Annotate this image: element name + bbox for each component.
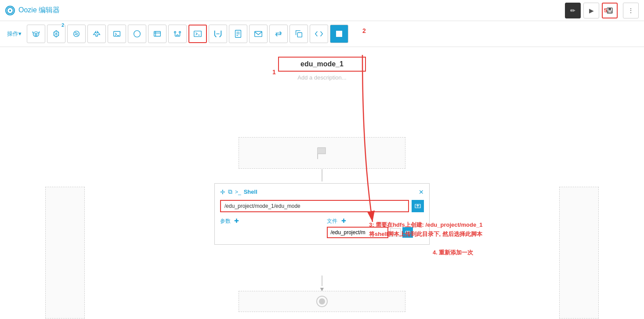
sqoop-action-btn[interactable] [67,25,86,43]
shell-title: Shell [244,188,257,195]
header-num5-label: 5 [604,7,607,14]
distcp-action-btn[interactable] [87,25,106,43]
document-action-btn[interactable] [229,25,247,43]
connector2: ▼ [319,276,325,292]
toolbar: 操作▾ 2 [0,21,644,47]
annotation-3-text: 3: 需要在hdfs上创建: /edu_project/mode_1 将shel… [369,221,483,239]
svg-point-37 [319,298,325,304]
header: Oozie 编辑器 ✏ ▶ 5 ⋮ [0,0,644,21]
svg-rect-30 [255,32,262,37]
terminal-action-btn[interactable] [188,25,207,43]
spark-action-btn[interactable] [108,25,126,43]
shell-action-icons: ✛ ⧉ >_ Shell [220,188,415,196]
right-side-box [559,187,599,319]
shell-action-header: ✛ ⧉ >_ Shell ✕ [220,188,424,196]
shell-path-input[interactable] [220,200,409,212]
params-label: 参数 [220,218,231,224]
svg-rect-4 [608,11,611,13]
node-name-input[interactable] [278,57,366,72]
shell-path-row [220,200,424,212]
stop-action-btn[interactable] [330,25,348,43]
svg-point-1 [9,10,11,11]
canvas-area: 1 2 Add a description... ▼ ✛ ⧉ >_ Shell … [0,47,644,319]
annotation-4-text: 4. 重新添加一次 [433,248,473,257]
app-logo [5,6,15,15]
hive-badge: 2 [62,22,64,28]
more-button[interactable]: ⋮ [623,3,639,18]
java-action-btn[interactable] [209,25,227,43]
shell-circle-btn[interactable] [128,25,146,43]
terminal-small-icon: >_ [235,189,241,195]
app-title: Oozie 编辑器 [18,6,60,15]
svg-line-24 [220,36,221,37]
svg-point-9 [74,31,80,37]
files-add-button[interactable]: ✚ [341,218,346,224]
files-label: 文件 [327,218,337,224]
actions-label[interactable]: 操作▾ [7,30,22,38]
git-action-btn[interactable] [168,25,187,43]
copy-shell-icon[interactable]: ⧉ [228,188,232,196]
svg-rect-32 [336,31,342,37]
svg-point-8 [35,34,37,35]
shell-browse-button[interactable] [412,200,424,212]
end-node-placeholder [239,291,405,312]
shell-close-button[interactable]: ✕ [419,188,424,196]
node-description[interactable]: Add a description... [297,74,346,81]
move-icon[interactable]: ✛ [220,188,225,196]
svg-rect-10 [114,32,120,36]
transfer-action-btn[interactable] [269,25,288,43]
start-node [239,137,405,169]
params-section: 参数 ✚ [220,217,239,225]
svg-point-12 [134,31,141,37]
header-right: ✏ ▶ 5 ⋮ [565,3,639,18]
left-side-box [45,187,85,319]
params-add-button[interactable]: ✚ [234,218,239,224]
header-left: Oozie 编辑器 [5,6,60,15]
svg-line-22 [215,36,217,37]
svg-rect-31 [297,33,302,37]
svg-point-16 [174,32,176,33]
edit-button[interactable]: ✏ [565,3,581,18]
annotation-num1: 1 [272,69,276,76]
code-action-btn[interactable] [310,25,328,43]
pig-action-btn[interactable] [27,25,45,43]
play-button[interactable]: ▶ [583,3,599,18]
svg-point-17 [179,32,181,33]
copy-action-btn[interactable] [289,25,308,43]
email-action-btn[interactable] [249,25,268,43]
svg-rect-13 [154,32,161,36]
hive-action-btn[interactable]: 2 [47,25,65,43]
node-name-container: Add a description... [278,57,366,81]
svg-point-18 [177,35,178,36]
svg-rect-3 [608,8,611,10]
map-action-btn[interactable] [148,25,166,43]
